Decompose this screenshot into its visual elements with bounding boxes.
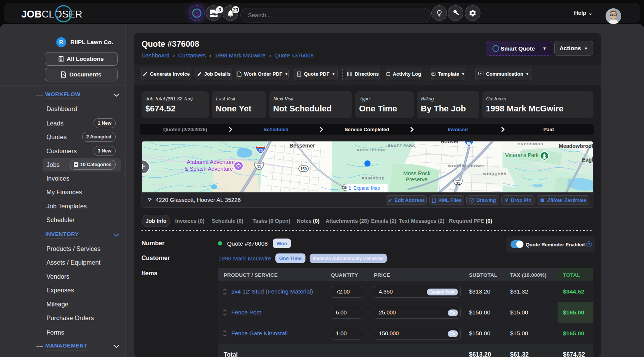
svg-text:31: 31: [456, 181, 460, 186]
svg-text:Eagle: Eagle: [582, 157, 593, 163]
svg-text:11: 11: [257, 165, 261, 169]
svg-text:R: R: [142, 176, 145, 182]
svg-text:Expand Map: Expand Map: [353, 186, 380, 191]
svg-text:20: 20: [258, 149, 263, 153]
svg-text:& Splash Adventure: & Splash Adventure: [184, 166, 233, 172]
svg-text:ROSS BRIDGE: ROSS BRIDGE: [357, 148, 387, 152]
svg-text:Veterans Park: Veterans Park: [505, 152, 539, 158]
svg-text:Bessemer: Bessemer: [289, 143, 315, 149]
svg-text:Alabama Adventure: Alabama Adventure: [187, 159, 235, 165]
svg-text:150: 150: [301, 167, 307, 171]
svg-text:65: 65: [467, 141, 471, 146]
svg-text:Meadowbrook: Meadowbrook: [559, 143, 593, 149]
svg-text:BLUFF PARK: BLUFF PARK: [388, 143, 415, 148]
svg-text:Preserve: Preserve: [405, 176, 428, 182]
svg-text:CROSSINGS: CROSSINGS: [518, 142, 544, 146]
svg-text:WINDOVER: WINDOVER: [483, 171, 507, 176]
svg-text:PRIMROSE: PRIMROSE: [362, 176, 385, 180]
svg-text:Hoover: Hoover: [440, 141, 459, 144]
svg-text:WOODMEADOWS: WOODMEADOWS: [448, 164, 484, 168]
svg-text:Moss Rock: Moss Rock: [403, 170, 431, 176]
